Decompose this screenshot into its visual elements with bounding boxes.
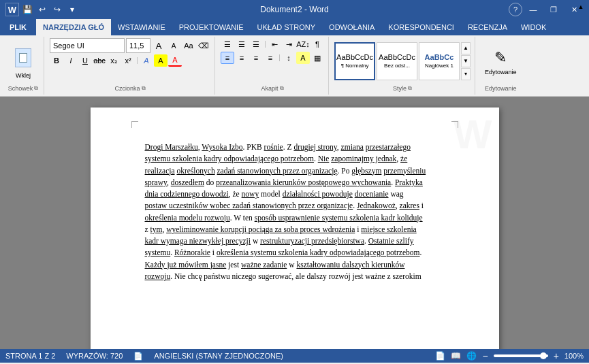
ribbon-collapse[interactable]: ▲ bbox=[575, 1, 586, 12]
group-edytowanie: ✎ Edytowanie Edytowanie bbox=[477, 37, 525, 95]
page[interactable]: W Drogi Marszałku, Wysoka Izbo. PKB rośn… bbox=[91, 107, 499, 349]
corner-tr bbox=[451, 121, 458, 128]
status-bar-right: 📄 📖 🌐 − + 100% bbox=[435, 350, 584, 361]
ribbon-content: Wklej Schowek ⧉ Segoe UI 11,5 A A Aa ⌫ bbox=[0, 35, 589, 97]
document-title: Dokument2 - Word bbox=[260, 5, 328, 14]
style-scroll-up[interactable]: ▲ bbox=[461, 42, 471, 54]
numbered-list-button[interactable]: ☰ bbox=[235, 38, 249, 50]
tab-wstawianie[interactable]: WSTAWIANIE bbox=[111, 19, 172, 35]
line-spacing-button[interactable]: ↕ bbox=[282, 52, 296, 64]
underline-button[interactable]: U bbox=[78, 54, 92, 67]
status-bar: STRONA 1 Z 2 WYRAZÓW: 720 📄 ANGIELSKI (S… bbox=[0, 349, 589, 363]
zoom-level[interactable]: 100% bbox=[564, 352, 584, 360]
title-bar: W 💾 ↩ ↪ ▾ Dokument2 - Word ? — ❒ ✕ bbox=[0, 0, 589, 19]
zoom-slider[interactable] bbox=[494, 354, 548, 357]
czcionka-label: Czcionka ⧉ bbox=[114, 84, 145, 93]
style-normalny[interactable]: AaBbCcDc ¶ Normalny bbox=[334, 42, 375, 80]
web-view-button[interactable]: 🌐 bbox=[466, 351, 477, 361]
quick-access-toolbar: 💾 ↩ ↪ ▾ bbox=[20, 3, 79, 16]
sort-button[interactable]: AZ↕ bbox=[296, 38, 310, 50]
bold-button[interactable]: B bbox=[50, 54, 63, 67]
italic-button[interactable]: I bbox=[64, 54, 78, 67]
tab-narzedzia[interactable]: NARZĘDZIA GŁÓ bbox=[36, 19, 111, 35]
document-text[interactable]: Drogi Marszałku, Wysoka Izbo. PKB rośnie… bbox=[145, 142, 445, 282]
align-left-button[interactable]: ≡ bbox=[221, 52, 234, 64]
div3 bbox=[279, 54, 280, 61]
zoom-thumb[interactable] bbox=[540, 352, 547, 359]
style-normalny-preview: AaBbCcDc bbox=[336, 53, 373, 61]
increase-indent-button[interactable]: ⇥ bbox=[282, 38, 296, 50]
minimize-button[interactable]: — bbox=[524, 3, 543, 16]
schowek-label: Schowek ⧉ bbox=[8, 84, 39, 93]
subscript-button[interactable]: x₂ bbox=[107, 54, 121, 67]
czcionka-content: Segoe UI 11,5 A A Aa ⌫ B I U abc x₂ x² A… bbox=[50, 38, 210, 84]
text-effect-button[interactable]: A bbox=[140, 54, 153, 67]
font-grow-button[interactable]: A bbox=[152, 39, 165, 52]
group-akapit: ☰ ☰ ☰ ⇤ ⇥ AZ↕ ¶ ≡ ≡ ≡ ≡ ↕ A ▦ Akap bbox=[217, 37, 329, 95]
tab-korespondencja[interactable]: KORESPONDENCI bbox=[381, 19, 461, 35]
document-area: W Drogi Marszałku, Wysoka Izbo. PKB rośn… bbox=[0, 97, 589, 349]
style-content: AaBbCcDc ¶ Normalny AaBbCcDc Bez odst...… bbox=[334, 38, 471, 84]
style-expand-btn[interactable]: ⧉ bbox=[408, 85, 412, 92]
change-case-button[interactable]: Aa bbox=[182, 39, 195, 52]
paste-button[interactable]: Wklej bbox=[7, 41, 39, 82]
font-color-button[interactable]: A bbox=[168, 54, 182, 67]
strikethrough-button[interactable]: abc bbox=[93, 54, 106, 67]
akapit-content: ☰ ☰ ☰ ⇤ ⇥ AZ↕ ¶ ≡ ≡ ≡ ≡ ↕ A ▦ bbox=[221, 38, 324, 84]
font-shrink-button[interactable]: A bbox=[167, 39, 180, 52]
style-naglowek1[interactable]: AaBbCc Nagłówek 1 bbox=[419, 42, 460, 80]
tab-widok[interactable]: WIDOK bbox=[514, 19, 553, 35]
czcionka-expand[interactable]: ⧉ bbox=[142, 85, 146, 92]
tab-plik[interactable]: PLIK bbox=[0, 19, 36, 35]
decrease-indent-button[interactable]: ⇤ bbox=[268, 38, 281, 50]
help-button[interactable]: ? bbox=[509, 3, 522, 16]
multilevel-list-button[interactable]: ☰ bbox=[249, 38, 263, 50]
style-scroll-down[interactable]: ▼ bbox=[461, 55, 471, 67]
zoom-out-button[interactable]: − bbox=[482, 350, 488, 361]
group-schowek: Wklej Schowek ⧉ bbox=[3, 37, 44, 95]
style-bez-odst[interactable]: AaBbCcDc Bez odst... bbox=[377, 42, 417, 80]
page-info: STRONA 1 Z 2 bbox=[5, 352, 55, 360]
highlight-button[interactable]: A bbox=[154, 54, 168, 67]
shading-button[interactable]: A bbox=[296, 52, 310, 64]
redo-button[interactable]: ↪ bbox=[50, 3, 64, 16]
undo-button[interactable]: ↩ bbox=[35, 3, 49, 16]
schowek-expand[interactable]: ⧉ bbox=[34, 85, 38, 92]
border-button[interactable]: ▦ bbox=[311, 52, 324, 64]
tab-uklad[interactable]: UKŁAD STRONY bbox=[251, 19, 323, 35]
font-size-input[interactable]: 11,5 bbox=[126, 38, 150, 53]
language-info: ANGIELSKI (STANY ZJEDNOCZONE) bbox=[154, 352, 283, 360]
font-name-input[interactable]: Segoe UI bbox=[50, 38, 125, 53]
style-bez-odst-label: Bez odst... bbox=[384, 63, 410, 69]
edytowanie-button[interactable]: ✎ Edytowanie bbox=[481, 44, 521, 78]
style-bez-odst-preview: AaBbCcDc bbox=[379, 53, 415, 61]
tab-projektowanie[interactable]: PROJEKTOWANIE bbox=[172, 19, 251, 35]
align-right-button[interactable]: ≡ bbox=[249, 52, 263, 64]
window-controls: ? — ❒ ✕ bbox=[509, 3, 584, 16]
group-czcionka: Segoe UI 11,5 A A Aa ⌫ B I U abc x₂ x² A… bbox=[46, 37, 215, 95]
align-center-button[interactable]: ≡ bbox=[235, 52, 249, 64]
word-watermark: W bbox=[453, 111, 492, 158]
style-gallery-scroll: ▲ ▼ ▾ bbox=[461, 42, 471, 80]
divider1 bbox=[137, 57, 138, 64]
akapit-expand[interactable]: ⧉ bbox=[280, 85, 284, 92]
save-button[interactable]: 💾 bbox=[20, 3, 34, 16]
show-marks-button[interactable]: ¶ bbox=[311, 38, 324, 50]
edytowanie-content: ✎ Edytowanie bbox=[481, 38, 521, 84]
style-naglowek1-label: Nagłówek 1 bbox=[425, 63, 453, 69]
print-view-button[interactable]: 📄 bbox=[435, 351, 445, 361]
read-view-button[interactable]: 📖 bbox=[451, 351, 461, 361]
style-expand[interactable]: ▾ bbox=[461, 68, 471, 80]
div2 bbox=[265, 41, 266, 48]
justify-button[interactable]: ≡ bbox=[264, 52, 277, 64]
clear-format-button[interactable]: ⌫ bbox=[197, 39, 210, 52]
superscript-button[interactable]: x² bbox=[121, 54, 135, 67]
restore-button[interactable]: ❒ bbox=[544, 3, 563, 16]
zoom-in-button[interactable]: + bbox=[554, 350, 559, 361]
tab-recenzja[interactable]: RECENZJA bbox=[461, 19, 514, 35]
bullet-list-button[interactable]: ☰ bbox=[221, 38, 234, 50]
customize-qat-button[interactable]: ▾ bbox=[65, 3, 79, 16]
ribbon-tabs: PLIK NARZĘDZIA GŁÓ WSTAWIANIE PROJEKTOWA… bbox=[0, 19, 589, 35]
tab-odwolania[interactable]: ODWOŁANIA bbox=[322, 19, 381, 35]
collapse-ribbon-button[interactable]: ▲ bbox=[575, 1, 586, 12]
